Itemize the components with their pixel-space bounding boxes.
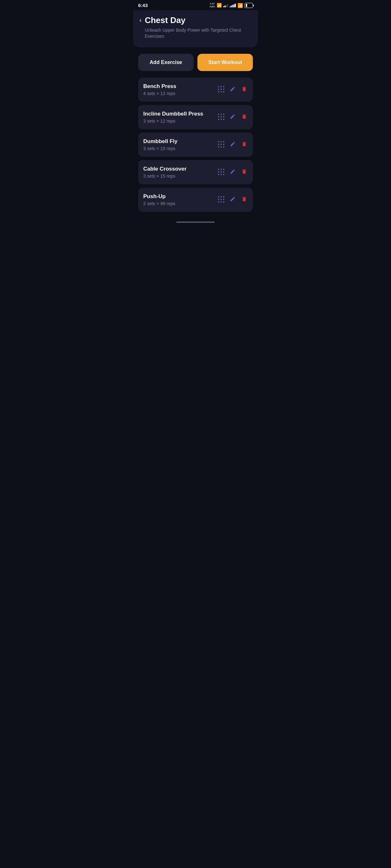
exercise-card: Dumbbell Fly 3 sets × 15 reps — [138, 132, 253, 157]
exercise-name: Push-Up — [143, 193, 218, 200]
home-indicator — [133, 218, 258, 226]
back-button[interactable]: ‹ — [139, 16, 142, 23]
edit-exercise-button[interactable] — [229, 168, 236, 176]
delete-exercise-button[interactable] — [241, 168, 248, 176]
bluetooth-icon: 📶 — [217, 3, 222, 8]
add-exercise-button[interactable]: Add Exercise — [138, 54, 194, 71]
page-title: Chest Day — [145, 16, 252, 25]
edit-exercise-button[interactable] — [229, 195, 236, 204]
exercise-info: Dumbbell Fly 3 sets × 15 reps — [143, 138, 218, 151]
exercise-actions — [218, 168, 248, 176]
exercise-info: Push-Up 2 sets × 99 reps — [143, 193, 218, 206]
drag-handle-icon[interactable] — [218, 169, 225, 176]
wifi-icon: 📶 — [238, 3, 243, 8]
exercise-info: Bench Press 4 sets × 12 reps — [143, 83, 218, 96]
network-speed: 0.67 KB/s — [210, 3, 215, 8]
trash-icon — [241, 141, 247, 147]
edit-exercise-button[interactable] — [229, 86, 236, 93]
exercise-info: Incline Dumbbell Press 3 sets × 12 reps — [143, 111, 218, 124]
delete-exercise-button[interactable] — [241, 113, 248, 121]
exercise-card: Push-Up 2 sets × 99 reps — [138, 188, 253, 212]
status-icons: 0.67 KB/s 📶 📶 24 — [210, 3, 253, 8]
delete-exercise-button[interactable] — [241, 141, 248, 149]
exercise-actions — [218, 113, 248, 121]
exercise-details: 3 sets × 12 reps — [143, 118, 218, 124]
trash-icon — [241, 114, 247, 119]
edit-exercise-button[interactable] — [229, 113, 236, 121]
page-subtitle: Unleash Upper Body Power with Targeted C… — [145, 27, 252, 40]
exercise-card: Bench Press 4 sets × 12 reps — [138, 78, 253, 102]
signal-bars-2 — [230, 3, 236, 7]
exercise-name: Cable Crossover — [143, 166, 218, 172]
exercise-card: Incline Dumbbell Press 3 sets × 12 reps — [138, 105, 253, 129]
trash-icon — [241, 86, 247, 92]
exercise-details: 3 sets × 15 reps — [143, 174, 218, 179]
drag-handle-icon[interactable] — [218, 196, 225, 203]
exercise-card: Cable Crossover 3 sets × 15 reps — [138, 160, 253, 184]
trash-icon — [241, 196, 247, 202]
pencil-icon — [230, 169, 235, 175]
exercise-name: Dumbbell Fly — [143, 138, 218, 145]
status-bar: 6:43 0.67 KB/s 📶 📶 24 — [133, 0, 258, 10]
exercise-actions — [218, 195, 248, 204]
status-time: 6:43 — [138, 3, 148, 8]
edit-exercise-button[interactable] — [229, 141, 236, 149]
drag-handle-icon[interactable] — [218, 141, 225, 148]
back-icon: ‹ — [139, 17, 142, 23]
exercise-list: Bench Press 4 sets × 12 reps — [133, 78, 258, 218]
exercise-name: Bench Press — [143, 83, 218, 90]
start-workout-button[interactable]: Start Workout — [197, 54, 253, 71]
drag-handle-icon[interactable] — [218, 86, 225, 93]
header: ‹ Chest Day Unleash Upper Body Power wit… — [133, 10, 258, 48]
pencil-icon — [230, 141, 235, 147]
delete-exercise-button[interactable] — [241, 86, 248, 93]
action-buttons: Add Exercise Start Workout — [133, 48, 258, 78]
pencil-icon — [230, 114, 235, 119]
exercise-actions — [218, 86, 248, 93]
delete-exercise-button[interactable] — [241, 195, 248, 204]
trash-icon — [241, 169, 247, 175]
exercise-info: Cable Crossover 3 sets × 15 reps — [143, 166, 218, 179]
home-bar — [176, 221, 215, 223]
battery-icon: 24 — [245, 3, 253, 8]
exercise-actions — [218, 141, 248, 149]
exercise-details: 3 sets × 15 reps — [143, 146, 218, 151]
pencil-icon — [230, 86, 235, 92]
drag-handle-icon[interactable] — [218, 114, 225, 120]
signal-bars-1 — [223, 3, 228, 7]
pencil-icon — [230, 196, 235, 202]
exercise-name: Incline Dumbbell Press — [143, 111, 218, 117]
exercise-details: 4 sets × 12 reps — [143, 91, 218, 96]
exercise-details: 2 sets × 99 reps — [143, 201, 218, 206]
